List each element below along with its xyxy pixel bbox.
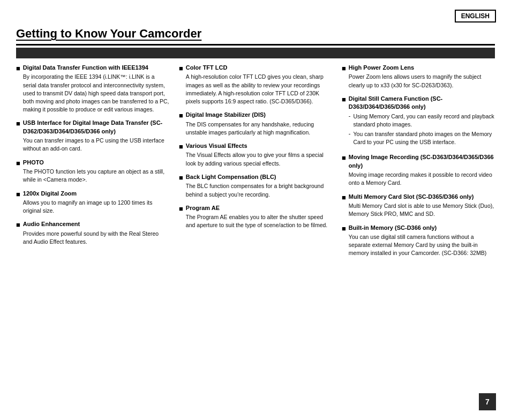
page-number: 7 [479,393,496,410]
feature-content-digital-data-transfer: Digital Data Transfer Function with IEEE… [23,64,169,114]
feature-title-audio-enhancement: Audio Enhancement [23,220,169,228]
bullet-icon: ■ [16,190,20,199]
bullet-icon: ■ [342,193,346,202]
feature-content-built-in-memory: Built-in Memory (SC-D366 only)You can us… [349,224,495,258]
dash-icon: - [349,112,351,119]
feature-body-program-ae: The Program AE enables you to alter the … [186,213,332,229]
feature-body-multi-memory: Multi Memory Card slot is able to use Me… [349,202,495,218]
dash-item-digital-still-1: -You can transfer standard photo images … [349,130,495,146]
feature-title-digital-image-stabilizer: Digital Image Stabilizer (DIS) [186,111,332,119]
feature-title-usb-interface: USB Interface for Digital Image Data Tra… [23,119,169,136]
bullet-icon: ■ [16,119,20,128]
feature-body-back-light: The BLC function compensates for a brigh… [186,182,332,198]
feature-body-color-tft-lcd: A high-resolution color TFT LCD gives yo… [186,73,332,106]
bullet-icon: ■ [342,154,346,162]
feature-title-moving-image: Moving Image Recording (SC-D363/D364/D36… [349,153,495,170]
dash-text-digital-still-1: You can transfer standard photo images o… [354,130,495,146]
dash-text-digital-still-0: Using Memory Card, you can easily record… [354,112,495,129]
feature-body-usb-interface: You can transfer images to a PC using th… [23,137,169,153]
feature-title-multi-memory: Multi Memory Card Slot (SC-D365/D366 onl… [349,193,495,201]
feature-block-audio-enhancement: ■Audio EnhancementProvides more powerful… [16,220,169,246]
column-1: ■Digital Data Transfer Function with IEE… [16,64,169,263]
bullet-icon: ■ [179,64,183,73]
bullet-icon: ■ [179,142,183,151]
feature-block-built-in-memory: ■Built-in Memory (SC-D366 only)You can u… [342,224,495,258]
feature-body-audio-enhancement: Provides more powerful sound by with the… [23,230,169,246]
feature-content-multi-memory: Multi Memory Card Slot (SC-D365/D366 onl… [349,193,495,219]
feature-block-color-tft-lcd: ■Color TFT LCDA high-resolution color TF… [179,64,332,106]
feature-content-digital-zoom: 1200x Digital ZoomAllows you to magnify … [23,190,169,215]
feature-block-digital-zoom: ■1200x Digital ZoomAllows you to magnify… [16,190,169,215]
bullet-icon: ■ [179,111,183,120]
feature-content-digital-still: Digital Still Camera Function (SC-D363/D… [349,95,495,148]
feature-body-visual-effects: The Visual Effects allow you to give you… [186,151,332,167]
feature-content-color-tft-lcd: Color TFT LCDA high-resolution color TFT… [186,64,332,106]
column-3: ■High Power Zoom LensPower Zoom lens all… [342,64,495,263]
feature-body-moving-image: Moving image recording makes it possible… [349,171,495,187]
feature-body-digital-data-transfer: By incorporating the IEEE 1394 (i.LINK™:… [23,73,169,114]
feature-block-multi-memory: ■Multi Memory Card Slot (SC-D365/D366 on… [342,193,495,219]
bullet-icon: ■ [342,224,346,233]
dash-item-digital-still-0: -Using Memory Card, you can easily recor… [349,112,495,129]
feature-content-usb-interface: USB Interface for Digital Image Data Tra… [23,119,169,153]
feature-block-digital-still: ■Digital Still Camera Function (SC-D363/… [342,95,495,148]
column-2: ■Color TFT LCDA high-resolution color TF… [179,64,332,263]
feature-content-back-light: Back Light Compensation (BLC)The BLC fun… [186,173,332,199]
feature-block-high-power-zoom: ■High Power Zoom LensPower Zoom lens all… [342,64,495,89]
feature-title-program-ae: Program AE [186,204,332,212]
feature-body-photo: The PHOTO function lets you capture an o… [23,168,169,184]
bullet-icon: ■ [16,159,20,168]
feature-body-high-power-zoom: Power Zoom lens allows users to magnify … [349,73,495,89]
feature-block-digital-image-stabilizer: ■Digital Image Stabilizer (DIS)The DIS c… [179,111,332,137]
bullet-icon: ■ [342,64,346,73]
feature-block-photo: ■PHOTOThe PHOTO function lets you captur… [16,159,169,184]
page-wrapper: ENGLISH Getting to Know Your Camcorder ■… [0,0,511,420]
bullet-icon: ■ [179,174,183,182]
feature-block-digital-data-transfer: ■Digital Data Transfer Function with IEE… [16,64,169,114]
feature-block-usb-interface: ■USB Interface for Digital Image Data Tr… [16,119,169,153]
bullet-icon: ■ [342,95,346,104]
feature-title-digital-still: Digital Still Camera Function (SC-D363/D… [349,95,495,111]
feature-block-back-light: ■Back Light Compensation (BLC)The BLC fu… [179,173,332,199]
language-badge: ENGLISH [455,10,496,22]
feature-content-photo: PHOTOThe PHOTO function lets you capture… [23,159,169,184]
feature-title-digital-data-transfer: Digital Data Transfer Function with IEEE… [23,64,169,72]
feature-body-built-in-memory: You can use digital still camera functio… [349,233,495,258]
feature-title-built-in-memory: Built-in Memory (SC-D366 only) [349,224,495,232]
feature-block-visual-effects: ■Various Visual EffectsThe Visual Effect… [179,142,332,168]
bullet-icon: ■ [179,205,183,213]
bullet-icon: ■ [16,221,20,229]
columns-wrapper: ■Digital Data Transfer Function with IEE… [16,64,495,263]
feature-content-high-power-zoom: High Power Zoom LensPower Zoom lens allo… [349,64,495,89]
feature-content-program-ae: Program AEThe Program AE enables you to … [186,204,332,230]
feature-content-audio-enhancement: Audio EnhancementProvides more powerful … [23,220,169,246]
feature-content-moving-image: Moving Image Recording (SC-D363/D364/D36… [349,153,495,187]
dash-icon: - [349,130,351,137]
title-rule [16,44,495,46]
page-title: Getting to Know Your Camcorder [16,27,495,41]
feature-body-digital-image-stabilizer: The DIS compensates for any handshake, r… [186,121,332,137]
feature-title-visual-effects: Various Visual Effects [186,142,332,150]
feature-block-program-ae: ■Program AEThe Program AE enables you to… [179,204,332,230]
feature-title-photo: PHOTO [23,159,169,167]
feature-title-high-power-zoom: High Power Zoom Lens [349,64,495,72]
bullet-icon: ■ [16,64,20,73]
feature-title-back-light: Back Light Compensation (BLC) [186,173,332,181]
feature-title-color-tft-lcd: Color TFT LCD [186,64,332,72]
feature-content-visual-effects: Various Visual EffectsThe Visual Effects… [186,142,332,168]
feature-content-digital-image-stabilizer: Digital Image Stabilizer (DIS)The DIS co… [186,111,332,137]
feature-title-digital-zoom: 1200x Digital Zoom [23,190,169,198]
dark-bar [16,48,495,58]
feature-block-moving-image: ■Moving Image Recording (SC-D363/D364/D3… [342,153,495,187]
feature-body-digital-zoom: Allows you to magnify an image up to 120… [23,199,169,215]
